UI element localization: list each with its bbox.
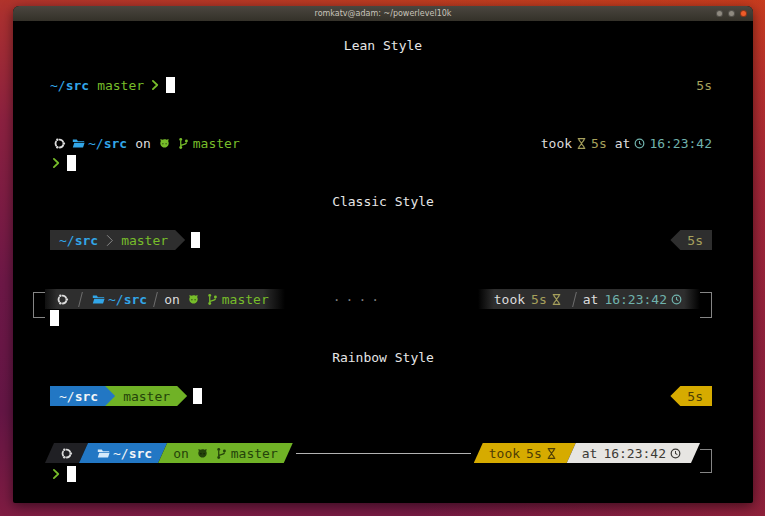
gap-filler-line	[296, 453, 471, 454]
classic-multiline-right-bar: took 5s at 16:23:42	[478, 289, 700, 309]
dir-prefix: ~/	[59, 233, 75, 248]
dir-name: src	[104, 136, 127, 151]
heading-rainbow-label: Rainbow Style	[332, 350, 434, 365]
classic-prompt-multiline-line2	[50, 308, 712, 328]
terminal-cursor	[191, 232, 200, 248]
dir-prefix: ~/	[50, 78, 66, 93]
git-branch-name: master	[123, 389, 170, 404]
took-label: took	[541, 136, 572, 151]
hourglass-icon	[575, 137, 588, 150]
window-title: romkatv@adam: ~/powerlevel10k	[315, 10, 452, 18]
git-branch-name: master	[222, 292, 269, 307]
command-duration: 5s	[526, 446, 542, 461]
prompt-frame-left	[33, 292, 45, 318]
close-button[interactable]	[740, 10, 747, 17]
command-duration: 5s	[687, 233, 703, 248]
took-label: took	[494, 292, 525, 307]
terminal-window: romkatv@adam: ~/powerlevel10k Lean Style…	[13, 6, 753, 503]
terminal-cursor	[193, 388, 202, 404]
folder-icon	[72, 137, 85, 150]
rainbow-prompt-multiline-line2	[50, 464, 712, 484]
rainbow-dir-segment: ~/src	[50, 386, 115, 406]
rainbow-branch-segment: on master	[158, 443, 293, 463]
folder-icon	[92, 293, 105, 306]
dir-name: src	[129, 446, 152, 461]
lean-prompt-multiline-line2	[50, 153, 712, 173]
terminal-cursor	[67, 155, 76, 171]
command-duration: 5s	[591, 136, 607, 151]
rainbow-time-segment: at 16:23:42	[567, 443, 700, 463]
git-branch-name: master	[193, 136, 240, 151]
github-octocat-icon	[158, 137, 171, 150]
slash-separator	[572, 292, 577, 307]
clock-icon	[633, 137, 646, 150]
lean-prompt-multiline-line1: ~/src on master took 5s at 16:23:42	[50, 133, 712, 153]
heading-classic: Classic Style	[13, 191, 753, 211]
classic-multiline-left-bar: ~/src on master	[45, 289, 285, 309]
current-time: 16:23:42	[649, 136, 712, 151]
slash-separator	[78, 292, 83, 307]
lean-prompt-oneline: ~/src master 5s	[50, 75, 712, 95]
terminal-cursor	[166, 77, 175, 93]
rainbow-dir-segment: ~/src	[79, 443, 167, 463]
os-ubuntu-icon	[60, 447, 73, 460]
heading-lean: Lean Style	[13, 35, 753, 55]
os-ubuntu-icon	[53, 137, 66, 150]
git-branch-icon	[177, 137, 190, 150]
command-duration: 5s	[696, 78, 712, 93]
git-branch-name: master	[97, 78, 144, 93]
git-branch-icon	[206, 293, 219, 306]
hourglass-icon	[550, 293, 563, 306]
on-label: on	[173, 446, 189, 461]
git-branch-name: master	[231, 446, 278, 461]
segment-separator-icon	[103, 234, 116, 247]
window-titlebar[interactable]: romkatv@adam: ~/powerlevel10k	[13, 6, 753, 21]
clock-icon	[670, 293, 683, 306]
command-duration: 5s	[531, 292, 547, 307]
prompt-chevron-icon	[50, 468, 62, 480]
dir-name: src	[75, 233, 98, 248]
on-label: on	[164, 292, 180, 307]
dir-name: src	[75, 389, 98, 404]
github-octocat-icon	[196, 447, 209, 460]
on-label: on	[135, 136, 151, 151]
command-duration: 5s	[687, 389, 703, 404]
classic-prompt-multiline-line1: ~/src on master ···· took 5s	[33, 289, 712, 309]
github-octocat-icon	[187, 293, 200, 306]
rainbow-duration-segment: took 5s	[474, 443, 576, 463]
clock-icon	[669, 447, 682, 460]
folder-icon	[97, 447, 110, 460]
heading-rainbow: Rainbow Style	[13, 347, 753, 367]
at-label: at	[582, 446, 598, 461]
rainbow-branch-segment: master	[104, 386, 187, 406]
dir-prefix: ~/	[113, 446, 129, 461]
dir-prefix: ~/	[59, 389, 75, 404]
current-time: 16:23:42	[603, 446, 666, 461]
classic-left-segment: ~/src master	[50, 230, 185, 250]
git-branch-icon	[215, 447, 228, 460]
prompt-chevron-icon	[149, 79, 161, 91]
took-label: took	[489, 446, 520, 461]
prompt-chevron-icon	[50, 157, 62, 169]
minimize-button[interactable]	[716, 10, 723, 17]
maximize-button[interactable]	[728, 10, 735, 17]
dir-name: src	[124, 292, 147, 307]
at-label: at	[583, 292, 599, 307]
os-ubuntu-icon	[56, 293, 69, 306]
terminal-content[interactable]: Lean Style ~/src master 5s ~/src on	[13, 21, 753, 503]
slash-separator	[153, 292, 158, 307]
gap-filler-dots: ····	[333, 292, 384, 307]
rainbow-prompt-multiline-line1: ~/src on master took 5s at	[45, 443, 712, 463]
rainbow-duration-segment: 5s	[670, 386, 712, 406]
hourglass-icon	[545, 447, 558, 460]
dir-prefix: ~/	[88, 136, 104, 151]
window-controls	[716, 10, 747, 17]
classic-right-segment: 5s	[670, 230, 712, 250]
heading-lean-label: Lean Style	[344, 38, 422, 53]
classic-prompt-oneline: ~/src master 5s	[50, 230, 712, 250]
terminal-cursor	[67, 466, 76, 482]
desktop-wallpaper: romkatv@adam: ~/powerlevel10k Lean Style…	[0, 0, 765, 516]
at-label: at	[615, 136, 631, 151]
heading-classic-label: Classic Style	[332, 194, 434, 209]
terminal-cursor	[50, 310, 59, 326]
